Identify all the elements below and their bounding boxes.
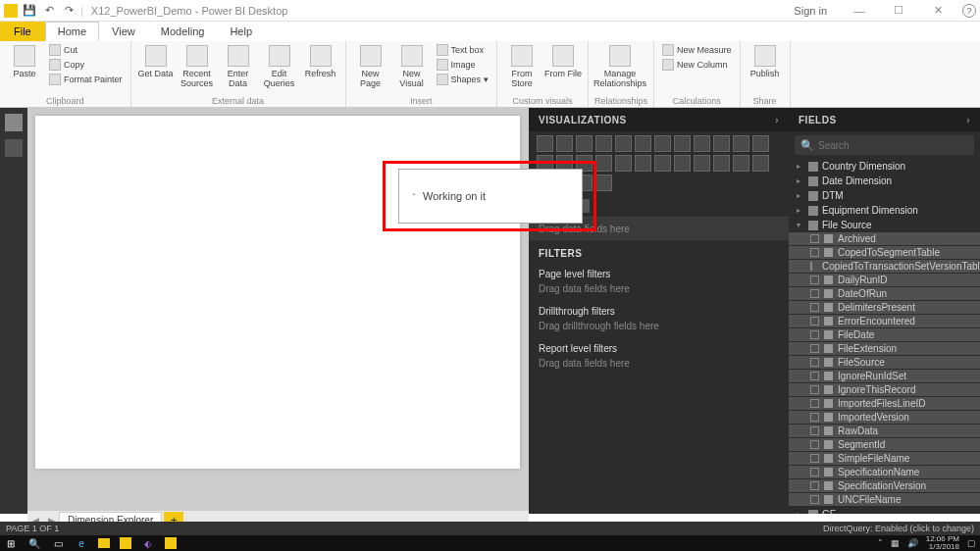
tab-help[interactable]: Help <box>217 22 265 41</box>
field-table[interactable]: ▸DTM <box>789 188 980 203</box>
connection-mode[interactable]: DirectQuery: Enabled (click to change) <box>823 524 974 533</box>
fields-header[interactable]: FIELDS› <box>789 108 980 131</box>
new-page-button[interactable]: New Page <box>352 43 389 88</box>
field-checkbox[interactable] <box>810 248 819 257</box>
field-checkbox[interactable] <box>810 358 819 367</box>
field-table[interactable]: ▸Country Dimension <box>789 159 980 174</box>
refresh-button[interactable]: Refresh <box>302 43 339 78</box>
field-column[interactable]: ErrorEncountered <box>789 315 980 327</box>
field-column[interactable]: DailyRunID <box>789 274 980 286</box>
field-column[interactable]: ImportedVersion <box>789 411 980 424</box>
ie-icon[interactable]: e <box>75 536 88 550</box>
new-visual-button[interactable]: New Visual <box>393 43 431 88</box>
explorer-icon[interactable] <box>98 538 110 548</box>
field-checkbox[interactable] <box>810 317 819 326</box>
field-checkbox[interactable] <box>810 234 819 243</box>
from-file-button[interactable]: From File <box>544 43 582 78</box>
minimize-button[interactable]: — <box>845 5 874 17</box>
viz-type-icon[interactable] <box>654 155 671 172</box>
field-column[interactable]: IgnoreThisRecord <box>789 383 980 396</box>
enter-data-button[interactable]: Enter Data <box>220 43 257 88</box>
field-checkbox[interactable] <box>810 330 819 339</box>
field-column[interactable]: ImportedFilesLineID <box>789 397 980 410</box>
viz-type-icon[interactable] <box>733 155 749 172</box>
text-box-button[interactable]: Text box <box>435 43 491 57</box>
start-button[interactable]: ⊞ <box>4 536 18 550</box>
field-checkbox[interactable] <box>810 495 819 504</box>
viz-type-icon[interactable] <box>752 155 769 172</box>
field-checkbox[interactable] <box>810 372 819 380</box>
fields-search[interactable]: 🔍 <box>795 135 974 155</box>
field-column[interactable]: DelimitersPresent <box>789 301 980 314</box>
viz-type-icon[interactable] <box>635 155 651 172</box>
report-level-filters[interactable]: Report level filters Drag data fields he… <box>529 337 789 375</box>
viz-type-icon[interactable] <box>595 135 612 152</box>
field-column[interactable]: Archived <box>789 232 980 245</box>
powerbi-taskbar-icon[interactable] <box>165 537 177 549</box>
field-table[interactable]: ▾File Source <box>789 218 980 232</box>
viz-type-icon[interactable] <box>674 155 691 172</box>
field-column[interactable]: UNCFileName <box>789 493 980 506</box>
maximize-button[interactable]: ☐ <box>884 4 913 17</box>
report-view-icon[interactable] <box>5 114 23 131</box>
from-store-button[interactable]: From Store <box>503 43 541 88</box>
field-column[interactable]: DateOfRun <box>789 287 980 300</box>
get-data-button[interactable]: Get Data <box>137 43 175 78</box>
search-taskbar-icon[interactable]: 🔍 <box>27 536 41 550</box>
field-column[interactable]: IgnoreRunIdSet <box>789 370 980 382</box>
tray-chevron-icon[interactable]: ˄ <box>878 538 883 548</box>
field-checkbox[interactable] <box>810 289 819 298</box>
viz-type-icon[interactable] <box>576 135 593 152</box>
save-icon[interactable]: 💾 <box>22 3 37 19</box>
page-level-filters[interactable]: Page level filters Drag data fields here <box>529 263 789 300</box>
manage-relationships-button[interactable]: Manage Relationships <box>594 43 645 88</box>
close-button[interactable]: ✕ <box>923 4 953 17</box>
viz-type-icon[interactable] <box>537 135 553 152</box>
visualizations-header[interactable]: VISUALIZATIONS› <box>529 108 789 131</box>
viz-type-icon[interactable] <box>713 155 730 172</box>
field-column[interactable]: SimpleFileName <box>789 452 980 465</box>
new-column-button[interactable]: New Column <box>660 58 734 72</box>
viz-type-icon[interactable] <box>694 155 710 172</box>
viz-type-icon[interactable] <box>615 135 632 152</box>
undo-icon[interactable]: ↶ <box>41 3 57 19</box>
viz-type-icon[interactable] <box>556 135 573 152</box>
app-icon-1[interactable] <box>120 537 131 549</box>
edit-queries-button[interactable]: Edit Queries <box>261 43 298 88</box>
data-view-icon[interactable] <box>5 139 23 157</box>
network-icon[interactable]: ▦ <box>891 538 900 548</box>
field-table[interactable]: ▸Date Dimension <box>789 174 980 188</box>
notifications-icon[interactable]: ▢ <box>967 538 976 548</box>
field-checkbox[interactable] <box>810 276 819 284</box>
tab-view[interactable]: View <box>99 22 148 41</box>
viz-type-icon[interactable] <box>674 135 691 152</box>
task-view-icon[interactable]: ▭ <box>51 536 65 550</box>
field-checkbox[interactable] <box>810 426 819 435</box>
viz-type-icon[interactable] <box>595 155 612 172</box>
clock[interactable]: 12:06 PM1/3/2018 <box>926 535 959 551</box>
field-table[interactable]: ▸GE <box>789 507 980 514</box>
field-checkbox[interactable] <box>810 440 819 449</box>
field-checkbox[interactable] <box>810 468 819 476</box>
field-checkbox[interactable] <box>810 481 819 490</box>
publish-button[interactable]: Publish <box>747 43 784 78</box>
search-input[interactable] <box>818 140 968 151</box>
image-button[interactable]: Image <box>435 58 491 72</box>
paste-button[interactable]: Paste <box>6 43 43 78</box>
viz-type-icon[interactable] <box>654 135 671 152</box>
field-column[interactable]: RawData <box>789 425 980 437</box>
field-checkbox[interactable] <box>810 344 819 353</box>
field-column[interactable]: FileSource <box>789 356 980 369</box>
field-column[interactable]: FileDate <box>789 328 980 341</box>
format-painter-button[interactable]: Format Painter <box>47 73 125 86</box>
field-column[interactable]: CopedToSegmentTable <box>789 246 980 259</box>
field-column[interactable]: SpecificationName <box>789 466 980 478</box>
sign-in-link[interactable]: Sign in <box>794 5 827 17</box>
help-icon[interactable]: ? <box>962 4 976 18</box>
cut-button[interactable]: Cut <box>47 43 125 57</box>
field-checkbox[interactable] <box>810 303 819 312</box>
field-checkbox[interactable] <box>810 385 819 394</box>
field-checkbox[interactable] <box>810 399 819 408</box>
tab-home[interactable]: Home <box>45 22 99 41</box>
volume-icon[interactable]: 🔊 <box>907 538 918 548</box>
